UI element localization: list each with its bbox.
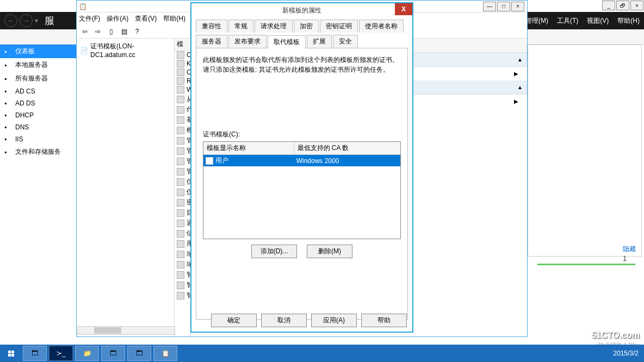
ok-button[interactable]: 确定	[211, 314, 257, 327]
dns-icon: ▪	[4, 123, 12, 131]
toolbar-help-icon[interactable]: ?	[131, 26, 143, 38]
apply-button[interactable]: 应用(A)	[311, 314, 357, 327]
sidebar-item-DNS[interactable]: ▪DNS	[0, 121, 76, 133]
list-item[interactable]: 用	[175, 239, 190, 249]
task-powershell[interactable]: ≻_	[49, 346, 73, 361]
task-server-manager[interactable]: 🗔	[23, 346, 47, 361]
tree-node-templates[interactable]: 📄 证书模板(LON-DC1.adatum.cc	[79, 41, 172, 60]
list-item[interactable]: O	[175, 68, 190, 77]
sidebar-item-AD CS[interactable]: ▪AD CS	[0, 85, 76, 97]
mmc-menu-file[interactable]: 文件(F)	[79, 14, 100, 23]
task-mmc[interactable]: 📋	[153, 346, 177, 361]
list-item[interactable]: 智	[175, 290, 190, 301]
tab-description: 此模板颁发的证书会取代所有添加到这个列表的模板所颁发的证书。请只添加这类模板: …	[203, 55, 401, 74]
menu-help[interactable]: 帮助(H)	[617, 16, 640, 26]
start-button[interactable]	[0, 345, 22, 362]
task-explorer[interactable]: 📁	[75, 346, 99, 361]
tab-兼容性[interactable]: 兼容性	[196, 20, 227, 33]
tab-常规[interactable]: 常规	[228, 20, 253, 33]
sidebar-item-AD DS[interactable]: ▪AD DS	[0, 97, 76, 109]
list-item[interactable]: 管	[175, 135, 190, 146]
list-item[interactable]: K	[175, 59, 190, 68]
cancel-button[interactable]: 取消	[261, 314, 307, 327]
list-item[interactable]: W	[175, 85, 190, 94]
list-item[interactable]: 智	[175, 280, 190, 290]
dialog-title: 新模板的属性	[282, 6, 321, 15]
sidebar-item-文件和存储服务[interactable]: ▪文件和存储服务	[0, 145, 76, 159]
mmc-min-button[interactable]: —	[483, 2, 496, 11]
menu-view[interactable]: 视图(V)	[587, 16, 609, 26]
toolbar-up-icon[interactable]: ▯	[105, 26, 117, 38]
templates-list[interactable]: 模板显示名称 最低支持的 CA 数 用户 Windows 2000	[203, 141, 401, 239]
add-button[interactable]: 添加(D)...	[251, 245, 297, 258]
list-item[interactable]: 管	[175, 156, 190, 166]
list-item[interactable]: 通	[175, 218, 190, 228]
mmc-menu-help[interactable]: 帮助(H)	[163, 14, 185, 23]
list-item[interactable]: 域	[175, 249, 190, 259]
list-item[interactable]: 仅	[175, 177, 190, 187]
sidebar-item-本地服务器[interactable]: ▪本地服务器	[0, 58, 76, 72]
list-item[interactable]: 智	[175, 270, 190, 280]
list-item[interactable]: 仅	[175, 187, 190, 197]
list-item[interactable]: 域	[175, 259, 190, 270]
list-item[interactable]: C	[175, 51, 190, 59]
tab-密钥证明[interactable]: 密钥证明	[320, 20, 358, 33]
tab-安全[interactable]: 安全	[333, 35, 358, 48]
cert-template-icon	[177, 230, 184, 238]
list-item[interactable]: 管	[175, 166, 190, 177]
tree-hscrollbar[interactable]	[77, 326, 175, 335]
outer-close-button[interactable]: ×	[630, 1, 643, 10]
list-item[interactable]: 密	[175, 197, 190, 208]
list-item[interactable]: 基	[175, 115, 190, 125]
tab-加密[interactable]: 加密	[294, 20, 319, 33]
col-template-name[interactable]: 模板显示名称	[203, 142, 294, 154]
list-header-name[interactable]: 模	[175, 39, 190, 51]
tab-请求处理[interactable]: 请求处理	[255, 20, 293, 33]
sidebar-item-IIS[interactable]: ▪IIS	[0, 133, 76, 145]
adcs-icon: ▪	[4, 88, 12, 95]
list-item[interactable]: 代	[175, 104, 190, 115]
menu-tools[interactable]: 工具(T)	[557, 16, 578, 26]
toolbar-back-icon[interactable]: ⇦	[79, 26, 91, 38]
task-app-2[interactable]: 🗔	[127, 346, 151, 361]
watermark-logo: 51CTO.com	[591, 330, 640, 340]
list-item[interactable]: 根	[175, 125, 190, 135]
sidebar-item-label: DNS	[15, 123, 29, 131]
nav-back-icon[interactable]: ←	[4, 14, 17, 27]
sidebar-item-所有服务器[interactable]: ▪所有服务器	[0, 72, 76, 85]
nav-fwd-icon[interactable]: →	[20, 14, 33, 27]
template-row[interactable]: 用户 Windows 2000	[203, 155, 400, 166]
tab-发布要求[interactable]: 发布要求	[228, 35, 267, 48]
mmc-close-button[interactable]: ×	[511, 2, 524, 11]
list-item[interactable]: 信	[175, 228, 190, 239]
server-icon: ▪	[4, 61, 12, 69]
col-min-ca[interactable]: 最低支持的 CA 数	[294, 142, 400, 154]
tab-服务器[interactable]: 服务器	[196, 35, 227, 48]
mmc-menu-action[interactable]: 操作(A)	[107, 14, 128, 23]
remove-button[interactable]: 删除(M)	[307, 245, 352, 258]
outer-min-button[interactable]: _	[602, 1, 615, 10]
page-number: 1	[533, 248, 631, 270]
list-item[interactable]: 从	[175, 94, 190, 104]
cert-template-icon	[177, 271, 184, 279]
list-item[interactable]: 目	[175, 208, 190, 218]
outer-restore-button[interactable]: 🗗	[616, 1, 629, 10]
mmc-max-button[interactable]: □	[497, 2, 510, 11]
tab-使用者名称[interactable]: 使用者名称	[359, 20, 404, 33]
cert-template-icon	[177, 137, 184, 145]
task-app-1[interactable]: 🗔	[101, 346, 125, 361]
list-item[interactable]: 管	[175, 146, 190, 156]
tab-扩展[interactable]: 扩展	[307, 35, 332, 48]
list-item[interactable]: R	[175, 77, 190, 85]
mmc-menu-view[interactable]: 查看(V)	[135, 14, 157, 23]
toolbar-list-icon[interactable]: ▤	[118, 26, 130, 38]
dialog-close-button[interactable]: X	[395, 3, 412, 15]
help-button[interactable]: 帮助	[361, 314, 407, 327]
taskbar-clock[interactable]: 2015/3/2	[608, 349, 644, 357]
tab-取代模板[interactable]: 取代模板	[268, 35, 306, 48]
toolbar-fwd-icon[interactable]: ⇨	[92, 26, 104, 38]
menu-manage[interactable]: 管理(M)	[525, 16, 548, 26]
adds-icon: ▪	[4, 99, 12, 107]
sidebar-item-DHCP[interactable]: ▪DHCP	[0, 109, 76, 121]
sidebar-item-仪表板[interactable]: ▪仪表板	[0, 45, 76, 58]
